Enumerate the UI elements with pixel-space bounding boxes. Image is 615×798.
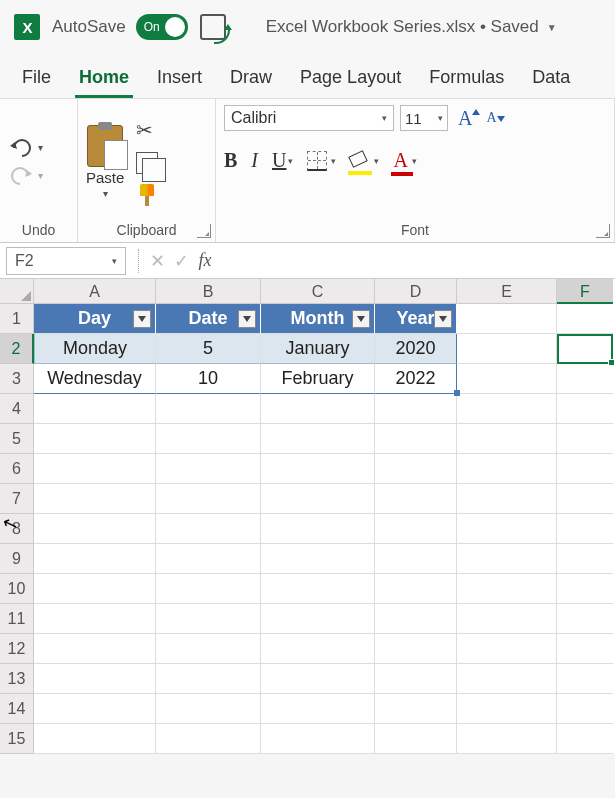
cell[interactable]: [34, 634, 156, 664]
undo-button[interactable]: ▾: [8, 138, 43, 158]
document-title[interactable]: Excel Workbook Series.xlsx • Saved ▼: [238, 17, 601, 37]
cell[interactable]: [156, 694, 261, 724]
dialog-launcher-icon[interactable]: [197, 224, 211, 238]
cell[interactable]: [34, 664, 156, 694]
filter-dropdown-icon[interactable]: [133, 310, 151, 328]
cell[interactable]: [34, 604, 156, 634]
paste-button[interactable]: Paste ▾: [86, 125, 124, 199]
table-resize-handle-icon[interactable]: [454, 390, 460, 396]
format-painter-button[interactable]: [136, 184, 160, 206]
col-header-B[interactable]: B: [156, 279, 261, 304]
cell[interactable]: [457, 604, 557, 634]
copy-button[interactable]: ▾: [136, 152, 166, 174]
tab-data[interactable]: Data: [528, 63, 574, 98]
cell[interactable]: [375, 574, 457, 604]
cell[interactable]: [261, 664, 375, 694]
cell[interactable]: [457, 634, 557, 664]
cell[interactable]: [375, 694, 457, 724]
cell[interactable]: [375, 544, 457, 574]
chevron-down-icon[interactable]: ▾: [380, 113, 387, 123]
redo-button[interactable]: ▾: [8, 166, 43, 186]
row-header[interactable]: 9: [0, 544, 34, 574]
cell-A2[interactable]: Monday: [34, 334, 156, 364]
col-header-E[interactable]: E: [457, 279, 557, 304]
chevron-down-icon[interactable]: ▾: [38, 170, 43, 181]
row-header[interactable]: 3: [0, 364, 34, 394]
chevron-down-icon[interactable]: ▾: [38, 142, 43, 153]
cell[interactable]: [156, 664, 261, 694]
decrease-font-size-button[interactable]: A: [482, 110, 500, 126]
chevron-down-icon[interactable]: ▼: [547, 22, 557, 33]
row-header[interactable]: 12: [0, 634, 34, 664]
autosave-toggle[interactable]: On: [136, 14, 188, 40]
chevron-down-icon[interactable]: ▾: [286, 156, 293, 166]
cell[interactable]: [156, 544, 261, 574]
cell[interactable]: [457, 364, 557, 394]
borders-button[interactable]: ▾: [307, 151, 336, 171]
cell-D2[interactable]: 2020: [375, 334, 457, 364]
underline-button[interactable]: U▾: [272, 149, 293, 172]
cell-D3[interactable]: 2022: [375, 364, 457, 394]
cell[interactable]: [261, 604, 375, 634]
cell[interactable]: [557, 364, 613, 394]
cell[interactable]: [156, 634, 261, 664]
cell[interactable]: [375, 484, 457, 514]
cell[interactable]: [261, 724, 375, 754]
tab-formulas[interactable]: Formulas: [425, 63, 508, 98]
insert-function-button[interactable]: fx: [193, 250, 217, 271]
name-box[interactable]: F2 ▾: [6, 247, 126, 275]
cell[interactable]: [375, 604, 457, 634]
cell[interactable]: [457, 424, 557, 454]
cell[interactable]: [156, 724, 261, 754]
filter-dropdown-icon[interactable]: [352, 310, 370, 328]
chevron-down-icon[interactable]: ▾: [410, 156, 417, 166]
row-header[interactable]: 2: [0, 334, 34, 364]
cell[interactable]: [34, 394, 156, 424]
cell[interactable]: [261, 544, 375, 574]
cell[interactable]: [34, 514, 156, 544]
cell[interactable]: [557, 724, 613, 754]
cell[interactable]: [457, 304, 557, 334]
cut-button[interactable]: ✂: [136, 118, 153, 142]
row-header[interactable]: 10: [0, 574, 34, 604]
cell[interactable]: [557, 694, 613, 724]
chevron-down-icon[interactable]: ▾: [110, 256, 117, 266]
row-header[interactable]: 7: [0, 484, 34, 514]
cell[interactable]: [34, 724, 156, 754]
cell[interactable]: [34, 544, 156, 574]
font-color-button[interactable]: A ▾: [393, 149, 416, 172]
increase-font-size-button[interactable]: A: [454, 107, 476, 130]
chevron-down-icon[interactable]: ▾: [329, 156, 336, 166]
cell[interactable]: [557, 544, 613, 574]
tab-insert[interactable]: Insert: [153, 63, 206, 98]
cell[interactable]: [457, 694, 557, 724]
table-header-year[interactable]: Year: [375, 304, 457, 334]
cell[interactable]: [261, 694, 375, 724]
table-header-month[interactable]: Month: [261, 304, 375, 334]
cell[interactable]: [156, 604, 261, 634]
cell[interactable]: [375, 634, 457, 664]
chevron-down-icon[interactable]: ▾: [436, 113, 443, 123]
fill-color-button[interactable]: ▾: [350, 153, 379, 169]
tab-page-layout[interactable]: Page Layout: [296, 63, 405, 98]
cell[interactable]: [34, 694, 156, 724]
cell[interactable]: [557, 394, 613, 424]
cell[interactable]: [557, 484, 613, 514]
cell[interactable]: [261, 424, 375, 454]
cell[interactable]: [156, 454, 261, 484]
cell[interactable]: [557, 664, 613, 694]
cell[interactable]: [261, 574, 375, 604]
cell[interactable]: [557, 514, 613, 544]
cell-C3[interactable]: February: [261, 364, 375, 394]
cell[interactable]: [457, 334, 557, 364]
cell[interactable]: [375, 454, 457, 484]
row-header[interactable]: 15: [0, 724, 34, 754]
dialog-launcher-icon[interactable]: [596, 224, 610, 238]
chevron-down-icon[interactable]: ▾: [372, 156, 379, 166]
cell-C2[interactable]: January: [261, 334, 375, 364]
col-header-C[interactable]: C: [261, 279, 375, 304]
cell[interactable]: [375, 394, 457, 424]
cell[interactable]: [156, 394, 261, 424]
autosave-control[interactable]: AutoSave On: [52, 14, 188, 40]
cell[interactable]: [375, 514, 457, 544]
